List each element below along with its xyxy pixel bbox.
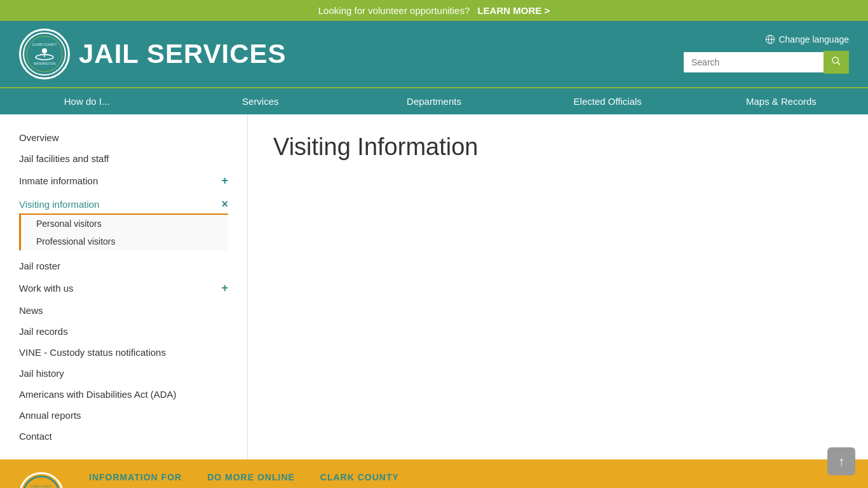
sidebar-item-visiting-info: Visiting information × Personal visitors… bbox=[19, 193, 228, 255]
sidebar-link-personal-visitors[interactable]: Personal visitors bbox=[36, 219, 223, 229]
sidebar-link-overview[interactable]: Overview bbox=[19, 132, 228, 143]
top-banner: Looking for volunteer opportunities? LEA… bbox=[0, 0, 868, 21]
sidebar-item-facilities: Jail facilities and staff bbox=[19, 148, 228, 169]
visiting-info-toggle-icon[interactable]: × bbox=[221, 198, 228, 211]
footer-section-clark-county: CLARK COUNTY bbox=[320, 472, 399, 487]
sidebar-link-work-with-us[interactable]: Work with us + bbox=[19, 281, 228, 295]
search-bar bbox=[684, 51, 849, 74]
sidebar-link-jail-history[interactable]: Jail history bbox=[19, 368, 228, 379]
list-item: Personal visitors bbox=[31, 215, 228, 233]
banner-link[interactable]: LEARN MORE > bbox=[477, 5, 550, 16]
header-logo-area: CLARK COUNTY WASHINGTON JAIL SERVICES bbox=[19, 29, 287, 79]
sidebar: Overview Jail facilities and staff Inmat… bbox=[0, 114, 248, 459]
site-header: CLARK COUNTY WASHINGTON JAIL SERVICES Ch… bbox=[0, 21, 868, 87]
site-footer: CLARK COUNTY WASHINGTON INFORMATION FOR … bbox=[0, 459, 868, 488]
page-content: Overview Jail facilities and staff Inmat… bbox=[0, 114, 868, 459]
svg-point-5 bbox=[42, 48, 47, 53]
sidebar-nav: Overview Jail facilities and staff Inmat… bbox=[19, 127, 228, 447]
svg-point-11 bbox=[832, 57, 838, 63]
search-button[interactable] bbox=[824, 51, 849, 74]
sidebar-link-jail-roster[interactable]: Jail roster bbox=[19, 261, 228, 271]
svg-line-12 bbox=[837, 62, 840, 65]
header-controls: Change language bbox=[684, 34, 849, 74]
nav-services[interactable]: Services bbox=[173, 88, 347, 114]
inmate-info-toggle-icon[interactable]: + bbox=[221, 174, 228, 187]
nav-maps-records[interactable]: Maps & Records bbox=[695, 88, 868, 114]
list-item: Professional visitors bbox=[31, 233, 228, 250]
banner-text: Looking for volunteer opportunities? bbox=[318, 5, 470, 16]
sidebar-item-jail-roster: Jail roster bbox=[19, 255, 228, 276]
sidebar-item-news: News bbox=[19, 300, 228, 321]
main-content-area: Visiting Information bbox=[248, 114, 868, 459]
footer-logo-svg: CLARK COUNTY WASHINGTON bbox=[22, 475, 60, 488]
sidebar-link-inmate-info[interactable]: Inmate information + bbox=[19, 174, 228, 187]
sidebar-link-contact[interactable]: Contact bbox=[19, 431, 228, 442]
svg-text:WASHINGTON: WASHINGTON bbox=[34, 62, 56, 65]
sidebar-link-jail-records[interactable]: Jail records bbox=[19, 326, 228, 337]
svg-text:CLARK COUNTY: CLARK COUNTY bbox=[31, 485, 52, 488]
sidebar-link-ada[interactable]: Americans with Disabilities Act (ADA) bbox=[19, 389, 228, 400]
nav-elected-officials[interactable]: Elected Officials bbox=[521, 88, 695, 114]
change-language-label: Change language bbox=[778, 34, 849, 44]
sidebar-item-annual-reports: Annual reports bbox=[19, 405, 228, 426]
search-icon bbox=[831, 56, 841, 66]
footer-section-online: DO MORE ONLINE bbox=[207, 472, 295, 487]
sidebar-link-facilities[interactable]: Jail facilities and staff bbox=[19, 153, 228, 164]
sidebar-link-annual-reports[interactable]: Annual reports bbox=[19, 410, 228, 421]
sidebar-item-ada: Americans with Disabilities Act (ADA) bbox=[19, 384, 228, 405]
footer-info-title: INFORMATION FOR bbox=[89, 472, 182, 482]
sidebar-item-contact: Contact bbox=[19, 426, 228, 447]
sidebar-item-vine: VINE - Custody status notifications bbox=[19, 342, 228, 363]
svg-text:CLARK COUNTY: CLARK COUNTY bbox=[32, 43, 57, 46]
sidebar-link-news[interactable]: News bbox=[19, 305, 228, 316]
footer-online-title: DO MORE ONLINE bbox=[207, 472, 295, 482]
sidebar-item-jail-history: Jail history bbox=[19, 363, 228, 384]
change-language-button[interactable]: Change language bbox=[765, 34, 849, 44]
sidebar-link-visiting-info[interactable]: Visiting information × bbox=[19, 198, 228, 215]
page-title: Visiting Information bbox=[273, 133, 843, 161]
nav-how-do-i[interactable]: How do I... bbox=[0, 88, 173, 114]
visiting-info-subitems: Personal visitors Professional visitors bbox=[19, 215, 228, 250]
sidebar-link-vine[interactable]: VINE - Custody status notifications bbox=[19, 347, 228, 358]
main-nav: How do I... Services Departments Elected… bbox=[0, 87, 868, 114]
site-title: JAIL SERVICES bbox=[79, 39, 287, 69]
back-to-top-button[interactable]: ↑ bbox=[827, 447, 855, 475]
sidebar-item-inmate-info: Inmate information + bbox=[19, 169, 228, 193]
search-input[interactable] bbox=[684, 52, 824, 72]
footer-section-info: INFORMATION FOR bbox=[89, 472, 182, 487]
work-with-us-toggle-icon[interactable]: + bbox=[221, 281, 228, 295]
footer-logo: CLARK COUNTY WASHINGTON bbox=[19, 472, 64, 488]
sidebar-item-work-with-us: Work with us + bbox=[19, 276, 228, 300]
site-logo: CLARK COUNTY WASHINGTON bbox=[19, 29, 70, 79]
nav-departments[interactable]: Departments bbox=[347, 88, 520, 114]
globe-icon bbox=[765, 34, 775, 44]
sidebar-item-jail-records: Jail records bbox=[19, 321, 228, 342]
sidebar-link-professional-visitors[interactable]: Professional visitors bbox=[36, 236, 223, 247]
sidebar-item-overview: Overview bbox=[19, 127, 228, 148]
footer-clark-county-title: CLARK COUNTY bbox=[320, 472, 399, 482]
